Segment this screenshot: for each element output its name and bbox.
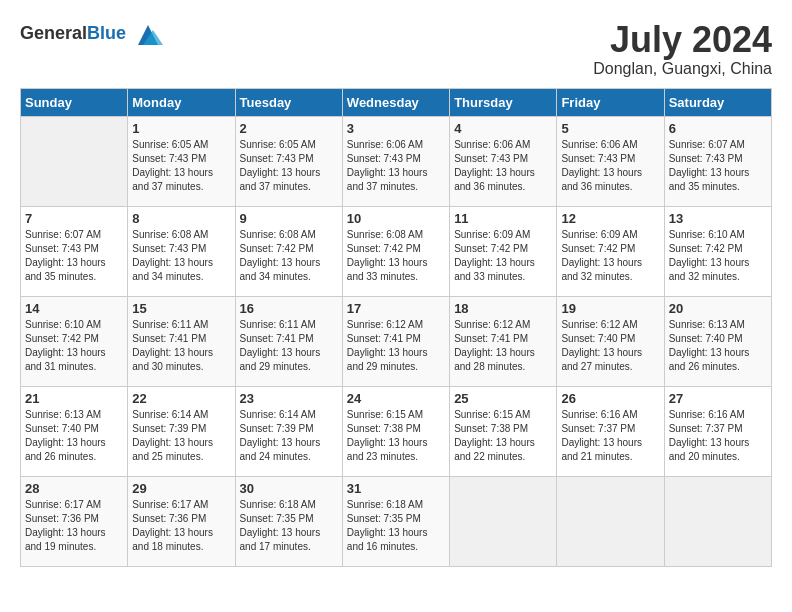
day-number: 16 xyxy=(240,301,338,316)
day-info: Sunrise: 6:06 AMSunset: 7:43 PMDaylight:… xyxy=(454,138,552,194)
day-number: 25 xyxy=(454,391,552,406)
logo-text: GeneralBlue xyxy=(20,20,163,50)
calendar-cell: 25Sunrise: 6:15 AMSunset: 7:38 PMDayligh… xyxy=(450,386,557,476)
calendar-cell: 30Sunrise: 6:18 AMSunset: 7:35 PMDayligh… xyxy=(235,476,342,566)
calendar-cell xyxy=(557,476,664,566)
day-number: 20 xyxy=(669,301,767,316)
day-number: 14 xyxy=(25,301,123,316)
day-number: 19 xyxy=(561,301,659,316)
day-number: 3 xyxy=(347,121,445,136)
day-info: Sunrise: 6:08 AMSunset: 7:42 PMDaylight:… xyxy=(347,228,445,284)
day-number: 21 xyxy=(25,391,123,406)
calendar-cell: 11Sunrise: 6:09 AMSunset: 7:42 PMDayligh… xyxy=(450,206,557,296)
header-monday: Monday xyxy=(128,88,235,116)
day-number: 13 xyxy=(669,211,767,226)
calendar-cell: 2Sunrise: 6:05 AMSunset: 7:43 PMDaylight… xyxy=(235,116,342,206)
day-number: 24 xyxy=(347,391,445,406)
calendar-cell: 10Sunrise: 6:08 AMSunset: 7:42 PMDayligh… xyxy=(342,206,449,296)
day-number: 23 xyxy=(240,391,338,406)
calendar-cell: 6Sunrise: 6:07 AMSunset: 7:43 PMDaylight… xyxy=(664,116,771,206)
week-row-4: 21Sunrise: 6:13 AMSunset: 7:40 PMDayligh… xyxy=(21,386,772,476)
day-info: Sunrise: 6:15 AMSunset: 7:38 PMDaylight:… xyxy=(347,408,445,464)
calendar-cell: 21Sunrise: 6:13 AMSunset: 7:40 PMDayligh… xyxy=(21,386,128,476)
title-area: July 2024 Donglan, Guangxi, China xyxy=(593,20,772,78)
calendar-cell: 27Sunrise: 6:16 AMSunset: 7:37 PMDayligh… xyxy=(664,386,771,476)
header-sunday: Sunday xyxy=(21,88,128,116)
header-saturday: Saturday xyxy=(664,88,771,116)
calendar-cell: 23Sunrise: 6:14 AMSunset: 7:39 PMDayligh… xyxy=(235,386,342,476)
location-title: Donglan, Guangxi, China xyxy=(593,60,772,78)
logo: GeneralBlue xyxy=(20,20,163,50)
week-row-5: 28Sunrise: 6:17 AMSunset: 7:36 PMDayligh… xyxy=(21,476,772,566)
logo-blue: Blue xyxy=(87,23,126,43)
day-info: Sunrise: 6:05 AMSunset: 7:43 PMDaylight:… xyxy=(132,138,230,194)
day-number: 31 xyxy=(347,481,445,496)
day-number: 15 xyxy=(132,301,230,316)
day-number: 5 xyxy=(561,121,659,136)
calendar-cell xyxy=(664,476,771,566)
day-info: Sunrise: 6:14 AMSunset: 7:39 PMDaylight:… xyxy=(240,408,338,464)
calendar-cell: 26Sunrise: 6:16 AMSunset: 7:37 PMDayligh… xyxy=(557,386,664,476)
calendar-cell: 16Sunrise: 6:11 AMSunset: 7:41 PMDayligh… xyxy=(235,296,342,386)
day-info: Sunrise: 6:17 AMSunset: 7:36 PMDaylight:… xyxy=(132,498,230,554)
calendar-cell: 7Sunrise: 6:07 AMSunset: 7:43 PMDaylight… xyxy=(21,206,128,296)
header-thursday: Thursday xyxy=(450,88,557,116)
day-info: Sunrise: 6:07 AMSunset: 7:43 PMDaylight:… xyxy=(669,138,767,194)
day-number: 7 xyxy=(25,211,123,226)
day-number: 27 xyxy=(669,391,767,406)
day-number: 30 xyxy=(240,481,338,496)
week-row-1: 1Sunrise: 6:05 AMSunset: 7:43 PMDaylight… xyxy=(21,116,772,206)
day-number: 2 xyxy=(240,121,338,136)
calendar-cell: 29Sunrise: 6:17 AMSunset: 7:36 PMDayligh… xyxy=(128,476,235,566)
month-title: July 2024 xyxy=(593,20,772,60)
day-info: Sunrise: 6:15 AMSunset: 7:38 PMDaylight:… xyxy=(454,408,552,464)
day-info: Sunrise: 6:09 AMSunset: 7:42 PMDaylight:… xyxy=(561,228,659,284)
day-info: Sunrise: 6:16 AMSunset: 7:37 PMDaylight:… xyxy=(561,408,659,464)
calendar-cell: 18Sunrise: 6:12 AMSunset: 7:41 PMDayligh… xyxy=(450,296,557,386)
day-number: 12 xyxy=(561,211,659,226)
day-number: 8 xyxy=(132,211,230,226)
day-number: 29 xyxy=(132,481,230,496)
calendar-cell: 14Sunrise: 6:10 AMSunset: 7:42 PMDayligh… xyxy=(21,296,128,386)
day-info: Sunrise: 6:17 AMSunset: 7:36 PMDaylight:… xyxy=(25,498,123,554)
calendar-cell: 20Sunrise: 6:13 AMSunset: 7:40 PMDayligh… xyxy=(664,296,771,386)
day-info: Sunrise: 6:16 AMSunset: 7:37 PMDaylight:… xyxy=(669,408,767,464)
day-info: Sunrise: 6:07 AMSunset: 7:43 PMDaylight:… xyxy=(25,228,123,284)
logo-general: General xyxy=(20,23,87,43)
calendar-cell: 17Sunrise: 6:12 AMSunset: 7:41 PMDayligh… xyxy=(342,296,449,386)
page-header: GeneralBlue July 2024 Donglan, Guangxi, … xyxy=(20,20,772,78)
header-friday: Friday xyxy=(557,88,664,116)
calendar-cell: 1Sunrise: 6:05 AMSunset: 7:43 PMDaylight… xyxy=(128,116,235,206)
calendar-cell: 8Sunrise: 6:08 AMSunset: 7:43 PMDaylight… xyxy=(128,206,235,296)
day-info: Sunrise: 6:06 AMSunset: 7:43 PMDaylight:… xyxy=(561,138,659,194)
calendar-cell: 12Sunrise: 6:09 AMSunset: 7:42 PMDayligh… xyxy=(557,206,664,296)
day-info: Sunrise: 6:18 AMSunset: 7:35 PMDaylight:… xyxy=(240,498,338,554)
day-number: 28 xyxy=(25,481,123,496)
header-wednesday: Wednesday xyxy=(342,88,449,116)
day-number: 10 xyxy=(347,211,445,226)
calendar-cell xyxy=(21,116,128,206)
day-info: Sunrise: 6:11 AMSunset: 7:41 PMDaylight:… xyxy=(132,318,230,374)
day-number: 9 xyxy=(240,211,338,226)
day-number: 4 xyxy=(454,121,552,136)
day-info: Sunrise: 6:12 AMSunset: 7:41 PMDaylight:… xyxy=(347,318,445,374)
calendar-table: SundayMondayTuesdayWednesdayThursdayFrid… xyxy=(20,88,772,567)
day-info: Sunrise: 6:12 AMSunset: 7:40 PMDaylight:… xyxy=(561,318,659,374)
day-number: 22 xyxy=(132,391,230,406)
calendar-cell: 31Sunrise: 6:18 AMSunset: 7:35 PMDayligh… xyxy=(342,476,449,566)
calendar-cell: 24Sunrise: 6:15 AMSunset: 7:38 PMDayligh… xyxy=(342,386,449,476)
day-number: 26 xyxy=(561,391,659,406)
day-info: Sunrise: 6:08 AMSunset: 7:42 PMDaylight:… xyxy=(240,228,338,284)
calendar-cell: 13Sunrise: 6:10 AMSunset: 7:42 PMDayligh… xyxy=(664,206,771,296)
day-info: Sunrise: 6:06 AMSunset: 7:43 PMDaylight:… xyxy=(347,138,445,194)
day-number: 18 xyxy=(454,301,552,316)
day-number: 1 xyxy=(132,121,230,136)
calendar-cell: 15Sunrise: 6:11 AMSunset: 7:41 PMDayligh… xyxy=(128,296,235,386)
day-number: 11 xyxy=(454,211,552,226)
day-info: Sunrise: 6:05 AMSunset: 7:43 PMDaylight:… xyxy=(240,138,338,194)
calendar-cell xyxy=(450,476,557,566)
day-info: Sunrise: 6:13 AMSunset: 7:40 PMDaylight:… xyxy=(669,318,767,374)
day-number: 6 xyxy=(669,121,767,136)
calendar-cell: 5Sunrise: 6:06 AMSunset: 7:43 PMDaylight… xyxy=(557,116,664,206)
week-row-3: 14Sunrise: 6:10 AMSunset: 7:42 PMDayligh… xyxy=(21,296,772,386)
